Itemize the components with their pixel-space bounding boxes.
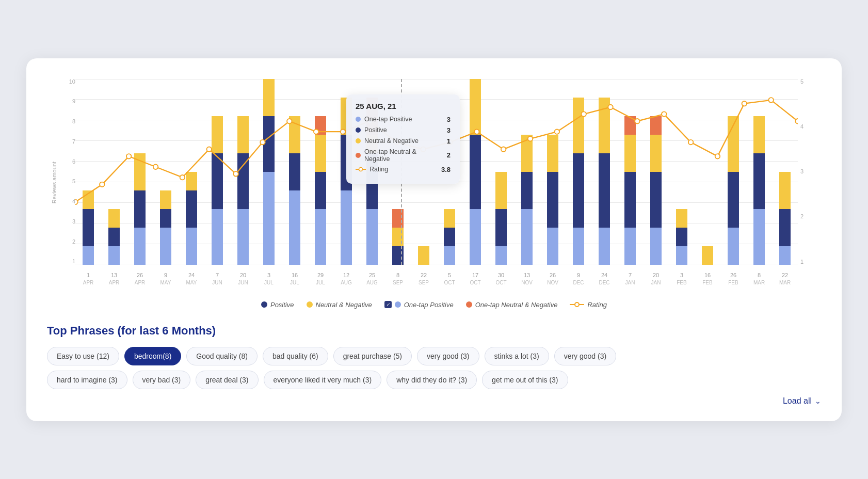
phrase-tag[interactable]: bad quality (6) bbox=[263, 347, 328, 365]
phrase-tag[interactable]: everyone liked it very much (3) bbox=[264, 371, 382, 389]
bar-stack bbox=[753, 116, 765, 265]
bar-group bbox=[643, 79, 669, 265]
tooltip-row: Positive 3 bbox=[356, 126, 451, 134]
bar-group bbox=[282, 79, 308, 265]
bar-segment bbox=[728, 172, 739, 228]
bar-stack bbox=[779, 172, 791, 265]
phrases-row-2: hard to imagine (3)very bad (3)great dea… bbox=[47, 371, 821, 389]
x-label: 12AUG bbox=[333, 272, 359, 286]
bar-group bbox=[720, 79, 746, 265]
bar-stack bbox=[547, 135, 558, 265]
bar-stack bbox=[160, 190, 171, 265]
tooltip-value: 3.8 bbox=[441, 166, 451, 173]
bar-segment bbox=[263, 172, 275, 265]
tooltip-label: Neutral & Negative bbox=[356, 137, 419, 145]
x-label: 30OCT bbox=[488, 272, 514, 286]
bar-group bbox=[153, 79, 179, 265]
x-axis: 1APR13APR26APR9MAY24MAY7JUN20JUN3JUL16JU… bbox=[75, 267, 798, 296]
bar-stack bbox=[599, 98, 610, 265]
bar-segment bbox=[753, 116, 765, 153]
bar-segment bbox=[289, 153, 300, 190]
x-label: 3JUL bbox=[256, 272, 282, 286]
bar-stack bbox=[676, 209, 687, 265]
bar-group bbox=[75, 79, 101, 265]
phrase-tag[interactable]: stinks a lot (3) bbox=[485, 347, 549, 365]
phrase-tag[interactable]: bedroom(8) bbox=[124, 347, 181, 365]
bar-group bbox=[179, 79, 204, 265]
bar-stack bbox=[315, 116, 326, 265]
bar-segment bbox=[521, 172, 533, 209]
bar-segment bbox=[237, 209, 249, 265]
bar-segment bbox=[779, 172, 791, 209]
tooltip-value: 1 bbox=[447, 137, 451, 145]
phrase-tag[interactable]: very bad (3) bbox=[133, 371, 191, 389]
x-label: 22SEP bbox=[411, 272, 437, 286]
load-all-button[interactable]: Load all ⌄ bbox=[47, 396, 821, 406]
bar-stack bbox=[186, 172, 197, 265]
bar-segment bbox=[315, 135, 326, 172]
bar-stack bbox=[418, 246, 429, 265]
bar-segment bbox=[676, 246, 687, 265]
tooltip-dot bbox=[356, 117, 361, 122]
bar-segment bbox=[753, 153, 765, 209]
phrase-tag[interactable]: very good (3) bbox=[417, 347, 479, 365]
bar-segment bbox=[186, 228, 197, 265]
bar-segment bbox=[444, 228, 455, 246]
x-label: 20JAN bbox=[643, 272, 669, 286]
bar-group bbox=[514, 79, 540, 265]
bar-segment bbox=[108, 209, 120, 228]
legend-item-neutral: Neutral & Negative bbox=[307, 301, 372, 309]
phrase-tag[interactable]: great purchase (5) bbox=[333, 347, 412, 365]
legend-item-onetap-positive: One-tap Positive bbox=[384, 301, 454, 309]
legend-dot-neutral bbox=[307, 301, 313, 308]
bar-segment bbox=[263, 79, 275, 116]
bar-segment bbox=[341, 190, 352, 265]
x-label: 13NOV bbox=[514, 272, 540, 286]
x-label: 20JUN bbox=[230, 272, 256, 286]
phrase-tag[interactable]: hard to imagine (3) bbox=[47, 371, 127, 389]
x-label: 8MAR bbox=[746, 272, 772, 286]
bar-group bbox=[669, 79, 695, 265]
bar-segment bbox=[134, 190, 146, 228]
svg-point-29 bbox=[359, 168, 363, 171]
phrases-title: Top Phrases (for last 6 Months) bbox=[47, 324, 821, 338]
x-label: 9DEC bbox=[566, 272, 591, 286]
bar-segment bbox=[186, 172, 197, 190]
bar-segment bbox=[753, 209, 765, 265]
bar-segment bbox=[624, 116, 636, 135]
bar-segment bbox=[186, 190, 197, 228]
tooltip-label: Positive bbox=[356, 126, 387, 134]
tooltip-row: Rating 3.8 bbox=[356, 166, 451, 173]
phrase-tag[interactable]: why did they do it? (3) bbox=[387, 371, 477, 389]
tooltip-row: One-tap Positive 3 bbox=[356, 116, 451, 123]
bar-segment bbox=[212, 153, 223, 209]
bar-segment bbox=[444, 246, 455, 265]
bar-segment bbox=[315, 209, 326, 265]
bar-group bbox=[204, 79, 230, 265]
bar-segment bbox=[599, 153, 610, 228]
bar-segment bbox=[83, 190, 94, 209]
bar-group bbox=[591, 79, 617, 265]
bar-group bbox=[127, 79, 153, 265]
tooltip-row: One-tap Neutral & Negative 2 bbox=[356, 148, 451, 163]
legend-item-onetap-neutral: One-tap Neutral & Negative bbox=[466, 301, 558, 309]
bar-segment bbox=[702, 246, 713, 265]
legend-dot-onetap-positive bbox=[395, 301, 401, 308]
phrase-tag[interactable]: Easy to use (12) bbox=[47, 347, 119, 365]
phrase-tag[interactable]: great deal (3) bbox=[196, 371, 258, 389]
legend-checkbox-onetap[interactable] bbox=[384, 301, 392, 308]
bar-segment bbox=[624, 135, 636, 172]
bar-segment bbox=[392, 228, 404, 246]
phrase-tag[interactable]: Good quality (8) bbox=[186, 347, 258, 365]
phrase-tag[interactable]: very good (3) bbox=[554, 347, 616, 365]
bar-segment bbox=[160, 190, 171, 209]
y-axis-label: Reviews amount bbox=[51, 162, 57, 203]
bar-segment bbox=[237, 116, 249, 153]
bar-segment bbox=[83, 246, 94, 265]
x-label: 25AUG bbox=[359, 272, 385, 286]
phrase-tag[interactable]: get me out of this (3) bbox=[482, 371, 568, 389]
bar-group bbox=[488, 79, 514, 265]
bar-segment bbox=[237, 153, 249, 209]
bar-segment bbox=[160, 209, 171, 228]
bar-segment bbox=[263, 116, 275, 172]
